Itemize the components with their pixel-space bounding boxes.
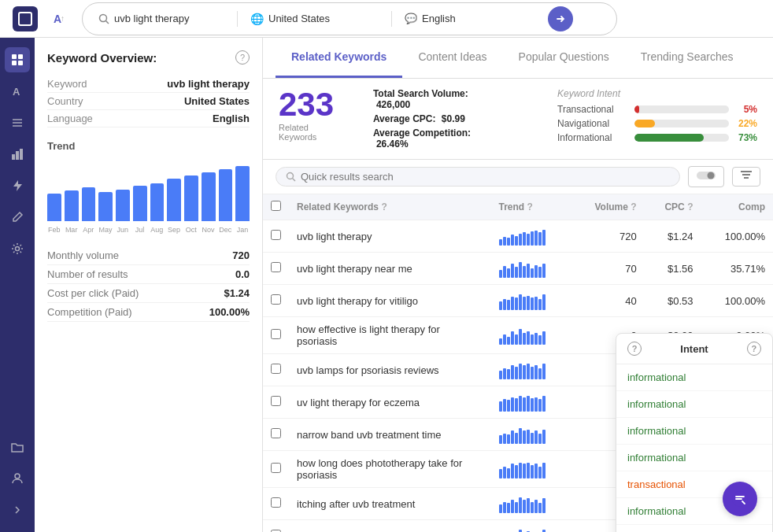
select-all-checkbox[interactable]: [271, 201, 281, 211]
row-checkbox[interactable]: [271, 497, 281, 508]
volume-info-icon[interactable]: ?: [631, 201, 636, 212]
svg-point-16: [15, 474, 20, 478]
sidebar-icon-user[interactable]: [5, 466, 30, 491]
total-volume-value: 426,000: [376, 99, 410, 110]
text-icon: A: [11, 85, 24, 98]
tab-popular-questions[interactable]: Popular Questions: [503, 38, 625, 78]
sidebar-icon-text[interactable]: A: [5, 79, 30, 104]
header-checkbox[interactable]: [263, 194, 289, 220]
sidebar-expand-button[interactable]: [5, 497, 30, 523]
header-comp: Comp: [701, 194, 773, 220]
mini-bar: [531, 268, 534, 278]
info-icon[interactable]: ?: [235, 50, 250, 65]
row-checkbox[interactable]: [271, 428, 281, 438]
sidebar-icon-lightning[interactable]: [5, 173, 30, 198]
mini-bar: [503, 299, 506, 310]
sidebar-icon-gear[interactable]: [5, 236, 30, 261]
mini-bar: [507, 337, 510, 345]
arrow-right-icon: [555, 13, 566, 24]
country-input[interactable]: [268, 13, 379, 24]
sidebar-icon-chart[interactable]: [5, 142, 30, 167]
header-volume: Volume ?: [571, 194, 645, 220]
mini-bar: [523, 333, 526, 345]
intent-dropdown-info-icon[interactable]: ?: [627, 342, 642, 356]
intent-dropdown-item[interactable]: informational: [616, 445, 772, 471]
row-checkbox[interactable]: [271, 396, 281, 406]
svg-rect-14: [20, 149, 23, 160]
mini-bar: [507, 503, 510, 513]
panel-title: Keyword Overview:: [47, 51, 157, 65]
sidebar-icon-grid[interactable]: [5, 47, 30, 72]
divider-2: [391, 11, 392, 27]
sidebar-icon-edit[interactable]: [5, 205, 30, 230]
table-header: Related Keywords ? Trend ? Volume ? CPC …: [263, 194, 773, 220]
trend-month-label: Mar: [65, 226, 79, 234]
row-checkbox[interactable]: [271, 294, 281, 305]
mini-bar: [527, 463, 530, 478]
comp-cell: 100.00%: [701, 220, 773, 253]
intent-dropdown-close-icon[interactable]: ?: [747, 342, 761, 356]
filter-button[interactable]: [732, 167, 760, 187]
trend-month-label: Jan: [235, 226, 250, 234]
chat-fab-button[interactable]: [723, 482, 757, 516]
trend-months: FebMarAprMayJunJulAugSepOctNovDecJan: [47, 226, 250, 234]
user-icon: [11, 472, 24, 485]
mini-bar: [538, 267, 542, 278]
trend-cell: [491, 520, 571, 533]
chevron-right-icon: [13, 505, 22, 515]
table-toolbar: [263, 160, 773, 194]
trend-mini: [499, 360, 563, 379]
language-segment: 💬: [398, 13, 538, 24]
tab-trending-searches[interactable]: Trending Searches: [625, 38, 749, 78]
row-checkbox[interactable]: [271, 364, 281, 374]
mini-bar: [511, 331, 514, 345]
mini-bar: [534, 464, 538, 478]
trend-month-label: Dec: [219, 226, 233, 234]
intent-dropdown-item[interactable]: informational: [616, 364, 772, 391]
sidebar-icon-list[interactable]: [5, 110, 30, 135]
intent-informational-label: Informational: [557, 132, 628, 143]
row-checkbox[interactable]: [271, 329, 281, 339]
row-checkbox[interactable]: [271, 230, 281, 240]
trend-cell: [491, 451, 571, 488]
trend-month-label: Sep: [167, 226, 181, 234]
font-icon-button[interactable]: A ↑: [47, 6, 72, 31]
mini-bar: [538, 368, 542, 379]
row-checkbox[interactable]: [271, 463, 281, 473]
intent-dropdown-item[interactable]: informational: [616, 391, 772, 418]
mini-bar: [523, 232, 526, 246]
sidebar-icon-folder[interactable]: [5, 434, 30, 460]
mini-bar: [534, 265, 538, 278]
trend-mini: [499, 227, 563, 246]
toggle-icon: [697, 170, 716, 181]
row-checkbox[interactable]: [271, 262, 281, 272]
tab-related-keywords[interactable]: Related Keywords: [276, 38, 402, 78]
search-submit-button[interactable]: [548, 6, 573, 31]
intent-dropdown-item[interactable]: informational: [616, 418, 772, 445]
cpc-info-icon[interactable]: ?: [687, 201, 693, 212]
svg-point-20: [708, 172, 715, 179]
mini-bar: [507, 400, 510, 412]
toggle-button[interactable]: [688, 166, 724, 187]
comp-cell: 100.00%: [701, 285, 773, 317]
trend-mini: [499, 393, 563, 412]
trend-month-label: Nov: [202, 226, 216, 234]
trend-info-icon[interactable]: ?: [527, 201, 533, 212]
svg-rect-5: [18, 54, 23, 59]
table-row: uvb light therapy near me70$1.5635.71%: [263, 253, 773, 285]
header-info-icon[interactable]: ?: [381, 201, 386, 212]
tab-content-ideas[interactable]: Content Ideas: [402, 38, 502, 78]
mini-bar: [499, 469, 502, 478]
volume-cell: 70: [571, 253, 645, 285]
language-icon: 💬: [405, 13, 417, 24]
keyword-input[interactable]: [114, 13, 224, 24]
trend-cell: [491, 419, 571, 451]
intent-dropdown-item[interactable]: informational: [616, 525, 772, 532]
table-search-input[interactable]: [301, 171, 670, 183]
mini-bar: [538, 335, 542, 345]
language-input[interactable]: [422, 13, 532, 24]
competition-row: Competition (Paid) 100.00%: [47, 303, 250, 322]
svg-line-3: [106, 20, 109, 24]
trend-month-label: Oct: [184, 226, 198, 234]
table-search-bar: [276, 167, 680, 187]
